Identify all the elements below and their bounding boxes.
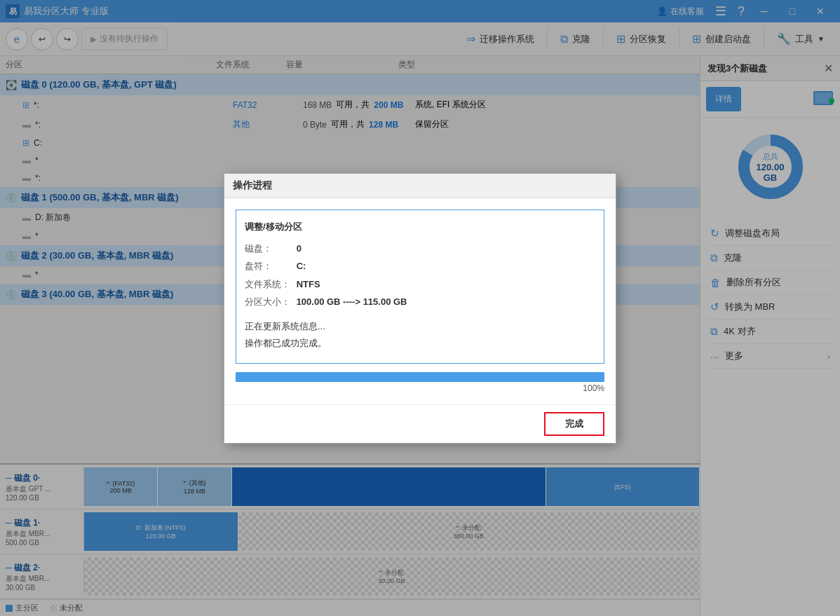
field-drive: 盘符： C: bbox=[245, 258, 595, 274]
modal-footer: 完成 bbox=[224, 404, 616, 443]
field-size: 分区大小： 100.00 GB ----> 115.00 GB bbox=[245, 294, 595, 310]
operation-log: 调整/移动分区 磁盘： 0 盘符： C: 文件系统： NTFS 分区大小： 10… bbox=[236, 210, 604, 364]
field-value: NTFS bbox=[297, 279, 320, 289]
field-label: 文件系统： bbox=[245, 276, 294, 292]
progress-pct: 100% bbox=[236, 383, 604, 393]
field-label: 盘符： bbox=[245, 258, 294, 274]
finish-button[interactable]: 完成 bbox=[544, 412, 604, 436]
modal-title: 操作进程 bbox=[224, 174, 616, 198]
progress-bar-fill bbox=[236, 372, 604, 382]
progress-bar-bg bbox=[236, 372, 604, 382]
field-value: 100.00 GB ----> 115.00 GB bbox=[297, 296, 407, 307]
operation-modal: 操作进程 调整/移动分区 磁盘： 0 盘符： C: 文件系统： NTFS 分区大… bbox=[224, 173, 616, 444]
field-label: 分区大小： bbox=[245, 294, 294, 310]
op-title: 调整/移动分区 bbox=[245, 219, 595, 235]
field-label: 磁盘： bbox=[245, 240, 294, 256]
field-value: 0 bbox=[297, 243, 302, 254]
status-line-2: 操作都已成功完成。 bbox=[245, 335, 595, 351]
field-value: C: bbox=[297, 261, 306, 271]
field-disk: 磁盘： 0 bbox=[245, 240, 595, 256]
field-fs: 文件系统： NTFS bbox=[245, 276, 595, 292]
progress-area: 100% bbox=[236, 372, 604, 393]
status-line-1: 正在更新系统信息... bbox=[245, 318, 595, 334]
status-msg-1: 正在更新系统信息... 操作都已成功完成。 bbox=[245, 318, 595, 351]
modal-overlay: 操作进程 调整/移动分区 磁盘： 0 盘符： C: 文件系统： NTFS 分区大… bbox=[0, 0, 840, 616]
modal-body: 调整/移动分区 磁盘： 0 盘符： C: 文件系统： NTFS 分区大小： 10… bbox=[224, 198, 616, 404]
